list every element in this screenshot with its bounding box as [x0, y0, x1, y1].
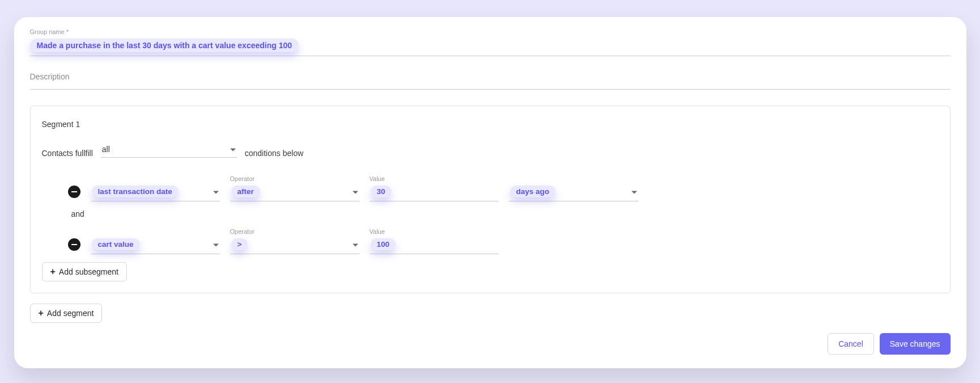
condition-unit-value: days ago — [510, 186, 556, 197]
save-button[interactable]: Save changes — [880, 333, 951, 355]
condition-row-2: cart value Operator > Value 100 — [42, 226, 939, 254]
condition-unit-select[interactable]: days ago — [509, 183, 638, 201]
chevron-down-icon — [353, 243, 358, 246]
chevron-down-icon — [631, 191, 637, 193]
fulfill-suffix: conditions below — [245, 149, 304, 158]
group-name-label: Group name * — [30, 28, 951, 35]
condition-row-1: last transaction date Operator after Val… — [42, 174, 939, 201]
condition-value-field: Value 100 — [370, 228, 499, 254]
condition-attribute-field: last transaction date — [91, 174, 220, 201]
add-subsegment-label: Add subsegment — [59, 267, 118, 276]
plus-icon: + — [39, 309, 44, 318]
cancel-button[interactable]: Cancel — [828, 333, 874, 355]
condition-operator-value: > — [231, 238, 248, 250]
condition-operator-label: Operator — [230, 175, 359, 182]
chevron-down-icon — [213, 243, 219, 246]
plus-icon: + — [50, 267, 56, 276]
fulfill-prefix: Contacts fullfill — [42, 149, 93, 158]
chevron-down-icon — [353, 191, 358, 193]
description-placeholder: Description — [30, 72, 70, 81]
condition-value-label: Value — [370, 228, 499, 235]
condition-value-input[interactable]: 30 — [370, 183, 499, 201]
segment-1-box: Segment 1 Contacts fullfill all conditio… — [30, 106, 951, 293]
condition-operator-field: Operator after — [230, 175, 359, 201]
fulfill-mode-select[interactable]: all — [101, 142, 237, 158]
minus-icon — [71, 244, 77, 245]
condition-value: 30 — [371, 186, 392, 197]
condition-attribute-select[interactable]: last transaction date — [91, 183, 220, 201]
condition-attribute-field: cart value — [91, 226, 220, 254]
footer-actions: Cancel Save changes — [30, 333, 951, 355]
condition-operator-select[interactable]: after — [230, 183, 359, 201]
add-subsegment-button[interactable]: + Add subsegment — [42, 262, 127, 281]
group-name-input[interactable]: Made a purchase in the last 30 days with… — [30, 37, 951, 56]
condition-value: 100 — [371, 238, 396, 250]
description-field[interactable]: Description — [30, 72, 951, 90]
condition-unit-field: days ago — [509, 174, 638, 201]
add-segment-wrap: + Add segment — [30, 304, 951, 323]
minus-icon — [71, 191, 77, 192]
condition-attribute-value: last transaction date — [92, 186, 179, 197]
chevron-down-icon — [213, 191, 219, 193]
add-segment-label: Add segment — [47, 309, 94, 318]
condition-value-label: Value — [370, 175, 499, 182]
condition-value-input[interactable]: 100 — [370, 236, 499, 254]
condition-operator-select[interactable]: > — [230, 236, 359, 254]
group-name-value-pill: Made a purchase in the last 30 days with… — [30, 39, 299, 52]
condition-value-field: Value 30 — [370, 175, 499, 201]
condition-joiner: and — [42, 209, 939, 218]
condition-attribute-select[interactable]: cart value — [91, 236, 220, 254]
chevron-down-icon — [230, 149, 236, 151]
condition-operator-field: Operator > — [230, 228, 359, 254]
condition-attribute-value: cart value — [92, 238, 140, 250]
condition-operator-value: after — [231, 186, 260, 197]
add-segment-button[interactable]: + Add segment — [30, 304, 103, 323]
fulfill-row: Contacts fullfill all conditions below — [42, 142, 939, 158]
remove-condition-button[interactable] — [68, 186, 80, 198]
fulfill-mode-value: all — [102, 145, 110, 154]
remove-condition-button[interactable] — [68, 238, 80, 251]
group-name-field: Group name * Made a purchase in the last… — [30, 28, 951, 56]
segment-title: Segment 1 — [42, 120, 939, 129]
segment-editor-card: Group name * Made a purchase in the last… — [14, 17, 966, 368]
condition-operator-label: Operator — [230, 228, 359, 235]
